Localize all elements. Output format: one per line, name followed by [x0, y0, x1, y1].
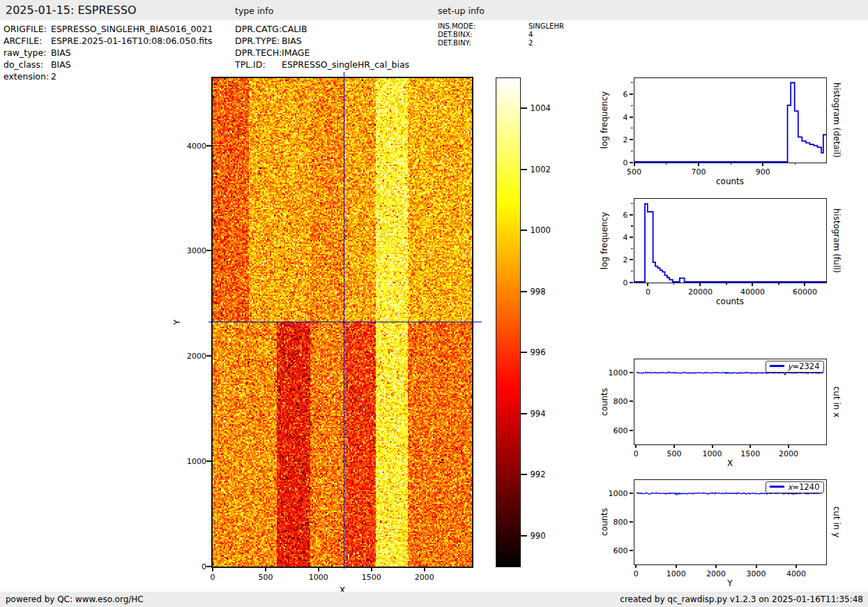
tick-label: 998: [531, 287, 546, 297]
setup-info-heading: set-up info: [438, 0, 485, 22]
tick-label: 994: [531, 409, 546, 419]
legend-line-sample: [770, 486, 784, 488]
tick-mark: [630, 214, 633, 216]
tick-mark: [206, 566, 211, 567]
legend-variable: x: [788, 482, 793, 492]
tick-label: 1000: [667, 569, 686, 578]
info-value: ESPRESSO_SINGLEHR_BIAS016_0021: [51, 24, 213, 34]
tick-label: 4000: [786, 569, 806, 578]
hist-detail-right-label: histogram (detail): [832, 82, 842, 158]
info-value: BIAS: [282, 36, 302, 46]
tick-label: 60000: [793, 287, 817, 297]
tick-label: 2000: [706, 569, 726, 578]
info-row: TPL.ID:ESPRESSO_singleHR_cal_bias: [235, 59, 409, 70]
tick-mark: [631, 128, 633, 128]
tick-mark: [788, 444, 789, 448]
tick-label: 40000: [740, 287, 765, 297]
info-row: DPR.CATG:CALIB: [235, 23, 409, 35]
tick-mark: [778, 283, 779, 285]
tick-label: 700: [691, 167, 706, 177]
info-value: 4: [528, 31, 533, 38]
tick-mark: [631, 271, 633, 271]
tick-label: 1000: [187, 457, 206, 466]
footer-bar: powered by QC: www.eso.org/HC created by…: [0, 592, 868, 607]
info-label: DET.BINY:: [438, 39, 528, 47]
tick-mark: [265, 567, 266, 571]
page-title: 2025-01-15: ESPRESSO: [6, 0, 137, 21]
tick-mark: [521, 230, 527, 231]
tick-label: 4000: [187, 141, 206, 150]
tick-label: 0: [623, 158, 628, 167]
cut-y-y-label: counts: [600, 508, 609, 536]
tick-mark: [795, 564, 797, 568]
tick-mark: [715, 564, 717, 568]
tick-mark: [698, 163, 699, 166]
tick-label: 990: [531, 531, 546, 541]
cut-x-x-label: X: [634, 458, 826, 468]
tick-mark: [371, 567, 372, 571]
info-label: DPR.CATG:: [235, 23, 282, 35]
tick-label: 1000: [531, 225, 551, 235]
tick-label: 600: [614, 426, 628, 435]
info-row: extension:2: [3, 70, 213, 82]
hist-full-right-label: histogram (full): [832, 208, 842, 273]
tick-label: 4: [623, 112, 628, 121]
info-value: 2: [528, 39, 533, 47]
tick-mark: [630, 237, 633, 238]
tick-mark: [521, 169, 527, 170]
tick-mark: [521, 291, 527, 292]
tick-mark: [635, 564, 637, 568]
tick-mark: [631, 105, 633, 106]
cut-in-y-plot: x=1240 counts Y cut in y 010002000300040…: [634, 479, 827, 565]
info-label: do_class:: [3, 59, 51, 70]
tick-mark: [631, 82, 633, 83]
tick-mark: [206, 145, 211, 147]
tick-label: 900: [756, 167, 770, 177]
tick-label: 500: [667, 449, 681, 458]
tick-mark: [630, 162, 633, 163]
legend-label: x=1240: [788, 482, 820, 492]
tick-label: 996: [531, 347, 546, 357]
info-value: CALIB: [282, 24, 307, 34]
qc-rawdisp-report: 2025-01-15: ESPRESSO type info set-up in…: [0, 0, 868, 607]
histogram-detail-canvas: [634, 78, 826, 163]
crosshair-horizontal-line: [208, 322, 482, 323]
tick-mark: [699, 283, 701, 286]
tick-mark: [630, 400, 633, 402]
info-value: SINGLEHR: [528, 22, 564, 30]
cut-y-right-label: cut in y: [832, 507, 842, 538]
tick-label: 992: [531, 470, 546, 479]
hist-detail-x-label: counts: [634, 177, 826, 186]
tick-label: 1000: [309, 573, 328, 582]
hist-full-y-label: log frequency: [600, 211, 609, 269]
tick-label: 0: [211, 573, 215, 582]
colorbar: 990992994996998100010021004: [496, 77, 521, 567]
tick-mark: [795, 163, 795, 165]
hist-full-x-label: counts: [634, 297, 826, 306]
legend-variable: y: [788, 361, 793, 371]
info-label: INS.MODE:: [438, 22, 528, 31]
tick-label: 3000: [747, 569, 766, 578]
info-label: ARCFILE:: [3, 35, 51, 47]
footer-right-text: created by qc_rawdisp.py v1.2.3 on 2025-…: [620, 592, 863, 607]
histogram-full-plot: log frequency counts histogram (full) 02…: [634, 198, 827, 283]
info-row: DET.BINX:4: [438, 31, 564, 39]
tick-label: 1500: [362, 573, 381, 582]
info-row: do_class:BIAS: [3, 59, 213, 70]
info-row: DPR.TYPE:BIAS: [235, 35, 409, 47]
cut-x-right-label: cut in x: [832, 386, 842, 417]
info-value: ESPRE.2025-01-16T10:08:06.050.fits: [51, 36, 212, 46]
tick-mark: [631, 248, 633, 249]
info-label: DET.BINX:: [438, 31, 528, 39]
tick-label: 1500: [740, 449, 760, 458]
tick-label: 2000: [779, 449, 798, 458]
footer-left-text: powered by QC: www.eso.org/HC: [6, 592, 144, 607]
tick-label: 1002: [531, 165, 551, 174]
tick-mark: [521, 352, 527, 353]
tick-mark: [631, 151, 633, 151]
legend-value: =1240: [793, 482, 820, 492]
info-value: BIAS: [51, 59, 71, 70]
info-label: DPR.TYPE:: [235, 35, 282, 47]
tick-mark: [731, 163, 731, 165]
tick-label: 2: [623, 255, 628, 264]
